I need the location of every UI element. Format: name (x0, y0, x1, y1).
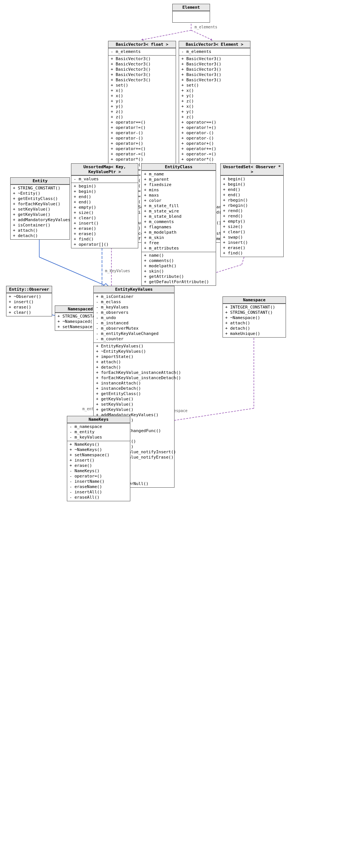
entityclass-title: EntityClass (142, 164, 216, 170)
namekeys-attrs: - m_namespace - m_entity - m_keyValues (67, 423, 130, 441)
namekeys-title: NameKeys (67, 416, 130, 423)
basicvector-element-title: BasicVector3< Element > (179, 41, 250, 48)
unsortedset-title: UnsortedSet< Observer * > (221, 164, 283, 175)
basicvector-float-title: BasicVector3< float > (108, 41, 176, 48)
basicvector-float-section-header: - m_elements (108, 48, 176, 55)
bve-header: - m_elements (181, 49, 248, 54)
bvf-header: - m_elements (111, 49, 173, 54)
entity-observer-title: Entity::Observer (6, 286, 52, 293)
entity-box: Entity + STRING_CONSTANT() + ~Entity() +… (10, 177, 70, 240)
entity-methods: + STRING_CONSTANT() + ~Entity() + getEnt… (11, 184, 70, 239)
unsortedmap-methods: + begin() + begin() + end() + end() + em… (71, 183, 138, 248)
entityclass-box: EntityClass + m_name + m_parent + fixeds… (141, 163, 216, 286)
entityclass-methods: + name() + comments() + modelpath() + sk… (142, 252, 216, 285)
svg-line-7 (191, 30, 212, 40)
svg-text:m_keyValues: m_keyValues (105, 269, 130, 273)
unsortedmap-header: - m_values (71, 175, 138, 183)
entity-keyvalues-title: EntityKeyValues (94, 286, 174, 293)
namespace-title: Namespace (223, 297, 286, 304)
svg-text:m_elements: m_elements (195, 25, 217, 29)
diagram-container: m_elements maxs mins color m_keyValues m… (0, 0, 343, 868)
unsortedmap-title: UnsortedMap< Key, KeyValuePtr > (71, 164, 138, 175)
entity-title: Entity (11, 178, 70, 184)
element-title: Element (173, 4, 210, 11)
entity-observer-box: Entity::Observer + ~Observer() + insert(… (6, 286, 52, 316)
entityclass-attrs: + m_name + m_parent + fixedsize + mins +… (142, 170, 216, 252)
unsortedset-methods: + begin() + begin() + end() + end() + rb… (221, 175, 283, 257)
namespace-box: Namespace + INTEGER_CONSTANT() + STRING_… (222, 296, 286, 338)
entity-keyvalues-attrs: + m_isContainer - m_eclass - m_keyValues… (94, 293, 174, 343)
namekeys-methods: + NameKeys() + ~NameKeys() + setNamespac… (67, 441, 130, 501)
svg-line-5 (143, 30, 191, 40)
svg-line-31 (39, 257, 106, 286)
element-body (173, 11, 210, 22)
namespace-methods: + INTEGER_CONSTANT() + STRING_CONSTANT()… (223, 304, 286, 337)
unsortedmap-box: UnsortedMap< Key, KeyValuePtr > - m_valu… (71, 163, 138, 248)
unsortedset-box: UnsortedSet< Observer * > + begin() + be… (220, 163, 284, 257)
entity-observer-methods: + ~Observer() + insert() + erase() + cle… (6, 293, 52, 316)
basicvector-element-section-header: - m_elements (179, 48, 250, 55)
element-box: Element (172, 4, 210, 23)
namekeys-box: NameKeys - m_namespace - m_entity - m_ke… (67, 416, 130, 501)
